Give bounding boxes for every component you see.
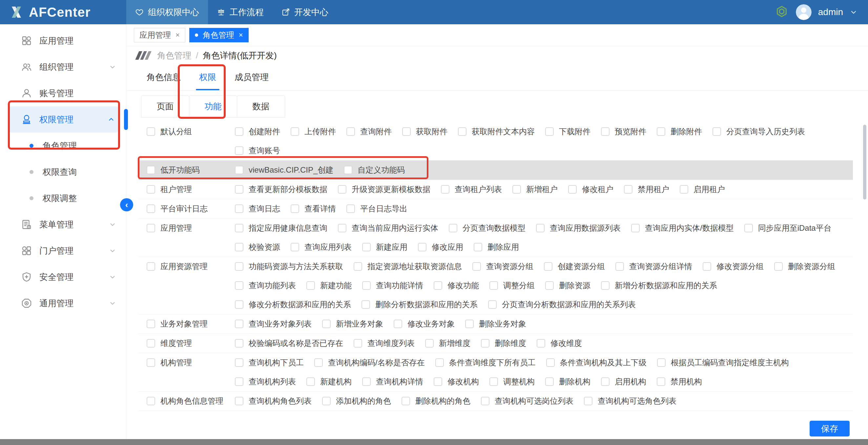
perm-item[interactable]: 新增租户 <box>513 180 558 199</box>
perm-item[interactable]: 查询资源分组详情 <box>615 257 692 276</box>
perm-item[interactable]: 删除附件 <box>657 122 702 141</box>
sidebar-item-security-management[interactable]: 安全管理 <box>0 264 126 290</box>
perm-item[interactable]: 查询机构下员工 <box>235 353 304 372</box>
perm-item[interactable]: 创建附件 <box>235 122 280 141</box>
checkbox-icon[interactable] <box>713 127 721 136</box>
perm-item[interactable]: 查看详情 <box>291 199 336 218</box>
perm-item[interactable]: 修改维度 <box>537 334 582 353</box>
perm-item[interactable]: 查询维度列表 <box>353 334 415 353</box>
checkbox-icon[interactable] <box>147 224 155 232</box>
checkbox-icon[interactable] <box>481 397 490 405</box>
checkbox-icon[interactable] <box>568 185 577 194</box>
checkbox-icon[interactable] <box>490 281 498 290</box>
perm-item[interactable]: 创建资源分组 <box>544 257 605 276</box>
perm-item[interactable]: 修改功能 <box>434 276 479 295</box>
perm-item[interactable]: 查询日志 <box>235 199 280 218</box>
tab-permissions[interactable]: 权限 <box>199 65 216 90</box>
checkbox-icon[interactable] <box>235 185 243 194</box>
perm-item[interactable]: 启用机构 <box>601 372 646 391</box>
perm-item[interactable]: 校验资源 <box>235 238 280 257</box>
perm-item[interactable]: 查询机构可选岗位列表 <box>481 391 574 411</box>
perm-item[interactable]: 功能码资源与方法关系获取 <box>235 257 343 276</box>
checkbox-icon[interactable] <box>338 224 346 232</box>
perm-group-toggle[interactable]: 租户管理 <box>147 180 235 199</box>
checkbox-icon[interactable] <box>346 127 355 136</box>
checkbox-icon[interactable] <box>147 204 155 213</box>
perm-item[interactable]: 查询当前应用内运行实体 <box>338 218 438 238</box>
tab-role-info[interactable]: 角色信息 <box>147 65 181 90</box>
checkbox-icon[interactable] <box>465 320 474 328</box>
checkbox-icon[interactable] <box>545 281 554 290</box>
perm-item[interactable]: 删除资源 <box>545 276 590 295</box>
checkbox-icon[interactable] <box>362 281 371 290</box>
sidebar-subitem-permission-adjust[interactable]: 权限调整 <box>0 185 126 211</box>
checkbox-icon[interactable] <box>235 146 243 155</box>
checkbox-icon[interactable] <box>537 339 545 348</box>
checkbox-icon[interactable] <box>147 185 155 194</box>
checkbox-icon[interactable] <box>235 166 243 174</box>
perm-item[interactable]: 查询附件 <box>346 122 392 141</box>
checkbox-icon[interactable] <box>235 204 243 213</box>
perm-item[interactable]: 查询机构角色列表 <box>235 391 312 411</box>
checkbox-icon[interactable] <box>545 127 554 136</box>
perm-group-toggle[interactable]: 默认分组 <box>147 122 235 141</box>
perm-item[interactable]: 删除业务对象 <box>465 315 526 333</box>
save-button[interactable]: 保存 <box>810 421 849 437</box>
scrollbar-thumb[interactable] <box>863 125 866 200</box>
checkbox-icon[interactable] <box>680 185 688 194</box>
perm-group-toggle[interactable]: 应用管理 <box>147 218 235 238</box>
checkbox-icon[interactable] <box>362 300 370 309</box>
user-name[interactable]: admin <box>818 7 843 18</box>
checkbox-icon[interactable] <box>513 185 521 194</box>
perm-item[interactable]: 新建功能 <box>306 276 352 295</box>
checkbox-icon[interactable] <box>481 339 490 348</box>
gpt-extension-icon[interactable] <box>774 5 789 20</box>
perm-item[interactable]: 升级资源更新模板数据 <box>338 180 430 199</box>
tab-function-perms[interactable]: 功能 <box>189 95 237 117</box>
close-icon[interactable]: × <box>239 31 243 39</box>
checkbox-icon[interactable] <box>235 243 243 251</box>
sidebar-item-org-management[interactable]: 组织管理 <box>0 54 126 80</box>
checkbox-icon[interactable] <box>306 281 315 290</box>
perm-group-toggle[interactable]: 机构角色信息管理 <box>147 391 235 411</box>
checkbox-icon[interactable] <box>624 185 632 194</box>
tab-data-perms[interactable]: 数据 <box>237 95 285 117</box>
perm-item[interactable]: 查询租户列表 <box>441 180 502 199</box>
checkbox-icon[interactable] <box>394 320 402 328</box>
perm-item[interactable]: 新建应用 <box>362 238 407 257</box>
checkbox-icon[interactable] <box>147 358 155 367</box>
checkbox-icon[interactable] <box>546 358 555 367</box>
checkbox-icon[interactable] <box>291 243 299 251</box>
checkbox-icon[interactable] <box>147 320 155 328</box>
perm-item[interactable]: 上传附件 <box>291 122 336 141</box>
checkbox-icon[interactable] <box>631 224 640 232</box>
perm-item[interactable]: 新增维度 <box>425 334 470 353</box>
checkbox-icon[interactable] <box>235 358 243 367</box>
perm-item[interactable]: 分页查询数据模型 <box>449 218 526 238</box>
perm-item[interactable]: 新建机构 <box>306 372 352 391</box>
perm-item[interactable]: 删除分析数据源和应用的关系 <box>362 295 477 314</box>
checkbox-icon[interactable] <box>344 166 352 174</box>
perm-item[interactable]: 同步应用至iData平台 <box>744 218 832 238</box>
checkbox-icon[interactable] <box>449 224 457 232</box>
perm-item[interactable]: 查询应用内实体/数据模型 <box>631 218 734 238</box>
checkbox-icon[interactable] <box>657 127 665 136</box>
checkbox-icon[interactable] <box>235 300 243 309</box>
perm-item[interactable]: 自定义功能码 <box>344 160 405 179</box>
nav-item-workflow[interactable]: 工作流程 <box>208 0 273 24</box>
perm-group-toggle[interactable]: 业务对象管理 <box>147 315 235 333</box>
checkbox-icon[interactable] <box>147 127 155 136</box>
perm-item[interactable]: 调整分组 <box>490 276 535 295</box>
checkbox-icon[interactable] <box>353 262 362 271</box>
perm-group-toggle[interactable]: 应用资源管理 <box>147 257 235 276</box>
perm-item[interactable]: 查询机构详情 <box>362 372 423 391</box>
checkbox-icon[interactable] <box>490 377 498 386</box>
checkbox-icon[interactable] <box>488 300 497 309</box>
sidebar-item-general-management[interactable]: 通用管理 <box>0 290 126 316</box>
tab-page-perms[interactable]: 页面 <box>141 95 189 117</box>
checkbox-icon[interactable] <box>147 339 155 348</box>
user-avatar[interactable] <box>796 4 812 20</box>
checkbox-icon[interactable] <box>147 397 155 405</box>
perm-item[interactable]: 添加机构的角色 <box>322 391 391 411</box>
perm-item[interactable]: 修改应用 <box>418 238 463 257</box>
